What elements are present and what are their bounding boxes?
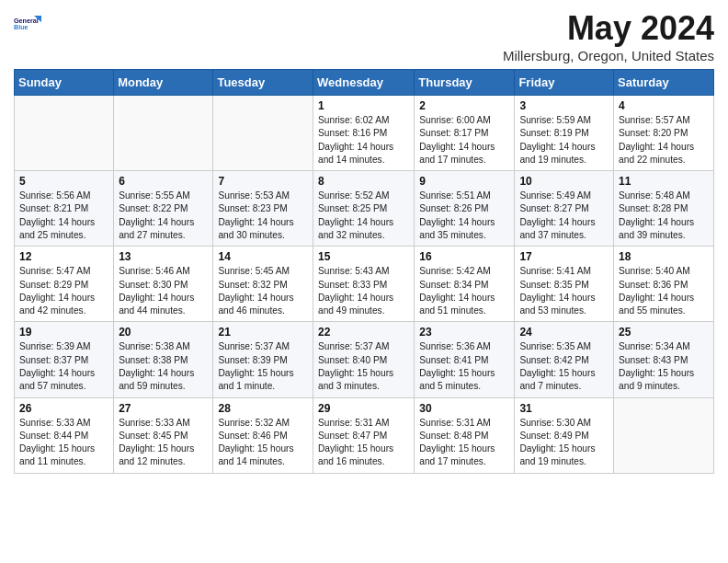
day-number: 14 — [218, 250, 308, 263]
day-info: Sunrise: 5:51 AMSunset: 8:26 PMDaylight:… — [419, 190, 509, 242]
table-cell: 14Sunrise: 5:45 AMSunset: 8:32 PMDayligh… — [213, 247, 313, 322]
day-info: Sunrise: 5:38 AMSunset: 8:38 PMDaylight:… — [119, 340, 208, 393]
day-info: Sunrise: 6:02 AMSunset: 8:16 PMDaylight:… — [318, 114, 409, 167]
day-number: 22 — [318, 326, 409, 339]
day-number: 23 — [419, 326, 509, 339]
month-title: May 2024 — [503, 9, 714, 48]
table-cell: 10Sunrise: 5:49 AMSunset: 8:27 PMDayligh… — [515, 171, 614, 247]
day-info: Sunrise: 5:40 AMSunset: 8:36 PMDaylight:… — [619, 265, 709, 317]
table-cell: 15Sunrise: 5:43 AMSunset: 8:33 PMDayligh… — [313, 247, 415, 322]
day-info: Sunrise: 5:45 AMSunset: 8:32 PMDaylight:… — [218, 265, 308, 317]
day-number: 7 — [218, 175, 308, 188]
day-info: Sunrise: 5:43 AMSunset: 8:33 PMDaylight:… — [318, 265, 409, 317]
day-number: 6 — [119, 175, 208, 188]
day-number: 25 — [619, 326, 709, 339]
day-number: 9 — [419, 175, 509, 188]
day-info: Sunrise: 5:47 AMSunset: 8:29 PMDaylight:… — [19, 265, 108, 317]
table-cell: 12Sunrise: 5:47 AMSunset: 8:29 PMDayligh… — [15, 247, 114, 322]
table-cell: 6Sunrise: 5:55 AMSunset: 8:22 PMDaylight… — [114, 171, 213, 247]
table-cell: 31Sunrise: 5:30 AMSunset: 8:49 PMDayligh… — [515, 397, 614, 473]
day-info: Sunrise: 5:41 AMSunset: 8:35 PMDaylight:… — [519, 265, 609, 317]
day-info: Sunrise: 6:00 AMSunset: 8:17 PMDaylight:… — [419, 114, 509, 167]
day-info: Sunrise: 5:36 AMSunset: 8:41 PMDaylight:… — [419, 340, 509, 393]
day-info: Sunrise: 5:31 AMSunset: 8:47 PMDaylight:… — [318, 417, 409, 469]
table-cell: 25Sunrise: 5:34 AMSunset: 8:43 PMDayligh… — [614, 322, 714, 397]
day-info: Sunrise: 5:33 AMSunset: 8:45 PMDaylight:… — [119, 417, 208, 469]
day-number: 29 — [318, 402, 409, 415]
table-cell: 11Sunrise: 5:48 AMSunset: 8:28 PMDayligh… — [614, 171, 714, 247]
day-number: 15 — [318, 250, 409, 263]
calendar-table: Sunday Monday Tuesday Wednesday Thursday… — [14, 69, 714, 474]
day-number: 2 — [419, 99, 509, 112]
day-info: Sunrise: 5:34 AMSunset: 8:43 PMDaylight:… — [619, 340, 709, 393]
day-number: 28 — [218, 402, 308, 415]
day-number: 27 — [119, 402, 208, 415]
table-cell: 7Sunrise: 5:53 AMSunset: 8:23 PMDaylight… — [213, 171, 313, 247]
day-number: 3 — [519, 99, 609, 112]
day-info: Sunrise: 5:31 AMSunset: 8:48 PMDaylight:… — [419, 417, 509, 469]
table-cell — [114, 96, 213, 171]
logo: GeneralBlue — [14, 9, 43, 39]
table-cell: 24Sunrise: 5:35 AMSunset: 8:42 PMDayligh… — [515, 322, 614, 397]
table-cell: 21Sunrise: 5:37 AMSunset: 8:39 PMDayligh… — [213, 322, 313, 397]
week-row-5: 26Sunrise: 5:33 AMSunset: 8:44 PMDayligh… — [15, 397, 714, 473]
week-row-4: 19Sunrise: 5:39 AMSunset: 8:37 PMDayligh… — [15, 322, 714, 397]
day-info: Sunrise: 5:57 AMSunset: 8:20 PMDaylight:… — [619, 114, 709, 167]
table-cell: 18Sunrise: 5:40 AMSunset: 8:36 PMDayligh… — [614, 247, 714, 322]
day-info: Sunrise: 5:32 AMSunset: 8:46 PMDaylight:… — [218, 417, 308, 469]
table-cell: 26Sunrise: 5:33 AMSunset: 8:44 PMDayligh… — [15, 397, 114, 473]
table-cell: 17Sunrise: 5:41 AMSunset: 8:35 PMDayligh… — [515, 247, 614, 322]
header-row: Sunday Monday Tuesday Wednesday Thursday… — [15, 70, 714, 96]
day-info: Sunrise: 5:35 AMSunset: 8:42 PMDaylight:… — [519, 340, 609, 393]
table-cell: 23Sunrise: 5:36 AMSunset: 8:41 PMDayligh… — [415, 322, 515, 397]
day-number: 26 — [19, 402, 108, 415]
day-number: 11 — [619, 175, 709, 188]
day-info: Sunrise: 5:49 AMSunset: 8:27 PMDaylight:… — [519, 190, 609, 242]
table-cell: 22Sunrise: 5:37 AMSunset: 8:40 PMDayligh… — [313, 322, 415, 397]
day-info: Sunrise: 5:39 AMSunset: 8:37 PMDaylight:… — [19, 340, 108, 393]
col-monday: Monday — [114, 70, 213, 96]
week-row-1: 1Sunrise: 6:02 AMSunset: 8:16 PMDaylight… — [15, 96, 714, 171]
location: Millersburg, Oregon, United States — [503, 48, 714, 63]
day-info: Sunrise: 5:59 AMSunset: 8:19 PMDaylight:… — [519, 114, 609, 167]
day-number: 31 — [519, 402, 609, 415]
week-row-3: 12Sunrise: 5:47 AMSunset: 8:29 PMDayligh… — [15, 247, 714, 322]
day-info: Sunrise: 5:33 AMSunset: 8:44 PMDaylight:… — [19, 417, 108, 469]
table-cell: 1Sunrise: 6:02 AMSunset: 8:16 PMDaylight… — [313, 96, 415, 171]
day-number: 18 — [619, 250, 709, 263]
day-number: 21 — [218, 326, 308, 339]
day-number: 13 — [119, 250, 208, 263]
table-cell — [614, 397, 714, 473]
table-cell: 30Sunrise: 5:31 AMSunset: 8:48 PMDayligh… — [415, 397, 515, 473]
logo-icon: GeneralBlue — [14, 9, 43, 39]
day-info: Sunrise: 5:55 AMSunset: 8:22 PMDaylight:… — [119, 190, 208, 242]
day-info: Sunrise: 5:56 AMSunset: 8:21 PMDaylight:… — [19, 190, 108, 242]
day-number: 8 — [318, 175, 409, 188]
table-cell: 8Sunrise: 5:52 AMSunset: 8:25 PMDaylight… — [313, 171, 415, 247]
svg-text:Blue: Blue — [14, 23, 28, 31]
table-cell: 2Sunrise: 6:00 AMSunset: 8:17 PMDaylight… — [415, 96, 515, 171]
day-number: 12 — [19, 250, 108, 263]
day-info: Sunrise: 5:52 AMSunset: 8:25 PMDaylight:… — [318, 190, 409, 242]
day-info: Sunrise: 5:48 AMSunset: 8:28 PMDaylight:… — [619, 190, 709, 242]
table-cell: 16Sunrise: 5:42 AMSunset: 8:34 PMDayligh… — [415, 247, 515, 322]
table-cell: 9Sunrise: 5:51 AMSunset: 8:26 PMDaylight… — [415, 171, 515, 247]
col-thursday: Thursday — [415, 70, 515, 96]
col-saturday: Saturday — [614, 70, 714, 96]
table-cell: 20Sunrise: 5:38 AMSunset: 8:38 PMDayligh… — [114, 322, 213, 397]
day-info: Sunrise: 5:46 AMSunset: 8:30 PMDaylight:… — [119, 265, 208, 317]
table-cell: 28Sunrise: 5:32 AMSunset: 8:46 PMDayligh… — [213, 397, 313, 473]
col-tuesday: Tuesday — [213, 70, 313, 96]
table-cell — [15, 96, 114, 171]
col-friday: Friday — [515, 70, 614, 96]
day-number: 4 — [619, 99, 709, 112]
calendar-page: GeneralBlue May 2024 Millersburg, Oregon… — [0, 0, 728, 488]
day-info: Sunrise: 5:37 AMSunset: 8:40 PMDaylight:… — [318, 340, 409, 393]
week-row-2: 5Sunrise: 5:56 AMSunset: 8:21 PMDaylight… — [15, 171, 714, 247]
table-cell: 4Sunrise: 5:57 AMSunset: 8:20 PMDaylight… — [614, 96, 714, 171]
day-number: 17 — [519, 250, 609, 263]
day-info: Sunrise: 5:53 AMSunset: 8:23 PMDaylight:… — [218, 190, 308, 242]
day-number: 30 — [419, 402, 509, 415]
header: GeneralBlue May 2024 Millersburg, Oregon… — [14, 9, 714, 63]
day-info: Sunrise: 5:37 AMSunset: 8:39 PMDaylight:… — [218, 340, 308, 393]
